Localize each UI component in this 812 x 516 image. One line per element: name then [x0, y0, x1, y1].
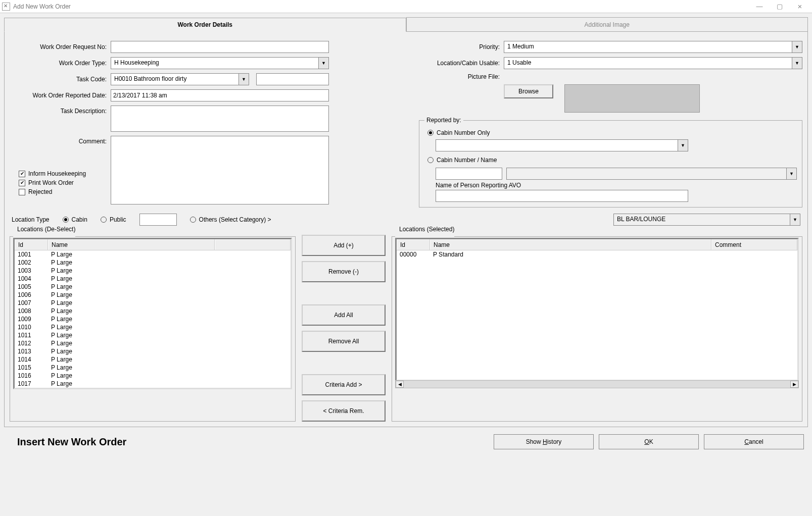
cabin-usable-select[interactable]: 1 Usable ▼	[504, 57, 802, 69]
radio-cabin-number-only[interactable]: Cabin Number Only	[427, 129, 490, 136]
label-picture-file: Picture File:	[419, 73, 504, 80]
list-item[interactable]: 1017P Large	[15, 380, 291, 388]
horizontal-scrollbar[interactable]: ◀ ▶	[395, 380, 799, 388]
label-comment: Comment:	[10, 136, 111, 145]
list-item[interactable]: 1016P Large	[15, 372, 291, 380]
cabin-number-input[interactable]	[436, 168, 502, 180]
locations-selected-list[interactable]: Id Name Comment 00000P Standard	[395, 238, 799, 381]
reported-by-group: Reported by: Cabin Number Only ▼ Cabin N…	[419, 117, 802, 208]
radio-public[interactable]: Public	[101, 216, 126, 223]
task-description-input[interactable]	[111, 106, 329, 132]
remove-all-button[interactable]: Remove All	[302, 331, 386, 352]
checkbox-icon	[19, 189, 25, 195]
col-id[interactable]: Id	[15, 239, 48, 250]
locations-deselect-box: Locations (De-Select) Id Name 1001P Larg…	[10, 233, 296, 422]
cabin-name-select[interactable]: ▼	[506, 168, 797, 180]
work-order-request-no-input[interactable]	[111, 41, 329, 53]
footer: Insert New Work Order Show History OK Ca…	[17, 434, 804, 449]
scroll-right-icon[interactable]: ▶	[790, 381, 798, 388]
tabs: Work Order Details Additional Image	[4, 17, 808, 31]
radio-cabin-number-name[interactable]: Cabin Number / Name	[427, 157, 497, 164]
list-item[interactable]: 00000P Standard	[397, 250, 797, 259]
picture-preview	[564, 84, 700, 113]
location-filter-input[interactable]	[139, 214, 177, 226]
titlebar: Add New Work Order — ▢ ×	[0, 0, 812, 13]
list-item[interactable]: 1009P Large	[15, 315, 291, 323]
col-id[interactable]: Id	[397, 239, 430, 250]
add-all-button[interactable]: Add All	[302, 304, 386, 326]
radio-off-icon	[190, 217, 196, 223]
list-item[interactable]: 1014P Large	[15, 355, 291, 364]
list-item[interactable]: 1008P Large	[15, 307, 291, 315]
add-button[interactable]: Add (+)	[302, 235, 386, 256]
rejected-label: Rejected	[28, 188, 52, 195]
cabin-usable-value: 1 Usable	[504, 58, 792, 69]
priority-select[interactable]: 1 Medium ▼	[504, 41, 802, 53]
list-item[interactable]: 1015P Large	[15, 364, 291, 372]
list-item[interactable]: 1006P Large	[15, 291, 291, 299]
window-title: Add New Work Order	[13, 3, 71, 10]
chevron-down-icon: ▼	[792, 58, 802, 69]
list-item[interactable]: 1018P Large	[15, 388, 291, 389]
show-history-button[interactable]: Show History	[494, 434, 594, 449]
locations-deselect-list[interactable]: Id Name 1001P Large1002P Large1003P Larg…	[13, 238, 292, 389]
label-cabin-usable: Location/Cabin Usable:	[419, 60, 504, 67]
col-blank	[215, 239, 291, 250]
cabin-only-value	[436, 140, 678, 151]
list-item[interactable]: 1001P Large	[15, 250, 291, 259]
list-item[interactable]: 1004P Large	[15, 275, 291, 283]
chevron-down-icon: ▼	[238, 74, 249, 85]
col-name[interactable]: Name	[430, 239, 711, 250]
label-request-no: Work Order Request No:	[10, 43, 111, 50]
radio-on-icon	[427, 130, 434, 136]
comment-input[interactable]	[111, 136, 329, 204]
label-type: Work Order Type:	[10, 60, 111, 67]
category-select[interactable]: BL BAR/LOUNGE ▼	[613, 214, 800, 226]
work-order-type-select[interactable]: H Housekeeping ▼	[111, 57, 329, 69]
cabin-name-label: Cabin Number / Name	[437, 157, 497, 164]
cabin-only-label: Cabin Number Only	[437, 129, 490, 136]
app-icon	[2, 3, 10, 11]
list-item[interactable]: 1003P Large	[15, 267, 291, 275]
list-item[interactable]: 1007P Large	[15, 299, 291, 307]
tab-additional-image[interactable]: Additional Image	[406, 17, 808, 31]
task-code-select[interactable]: H0010 Bathroom floor dirty ▼	[111, 73, 249, 85]
col-comment[interactable]: Comment	[711, 239, 797, 250]
reported-date-input[interactable]	[111, 89, 329, 101]
footer-title: Insert New Work Order	[17, 436, 126, 448]
cabin-number-only-select[interactable]: ▼	[436, 139, 688, 151]
task-code-value: H0010 Bathroom floor dirty	[111, 74, 238, 85]
browse-button[interactable]: Browse	[504, 84, 553, 98]
reporter-name-input[interactable]	[436, 190, 688, 202]
col-name[interactable]: Name	[48, 239, 215, 250]
list-item[interactable]: 1002P Large	[15, 259, 291, 267]
list-item[interactable]: 1010P Large	[15, 323, 291, 331]
list-item[interactable]: 1011P Large	[15, 331, 291, 339]
scroll-left-icon[interactable]: ◀	[396, 381, 404, 388]
criteria-add-button[interactable]: Criteria Add >	[302, 374, 386, 395]
radio-others[interactable]: Others (Select Category) >	[190, 216, 271, 223]
radio-off-icon	[101, 217, 107, 223]
criteria-remove-button[interactable]: < Criteria Rem.	[302, 400, 386, 422]
maximize-button[interactable]: ▢	[770, 3, 790, 10]
label-reported-date: Work Order Reported Date:	[10, 92, 111, 99]
close-button[interactable]: ×	[790, 2, 810, 11]
minimize-button[interactable]: —	[749, 3, 770, 10]
print-label: Print Work Order	[28, 179, 74, 186]
chevron-down-icon: ▼	[792, 41, 802, 53]
priority-value: 1 Medium	[504, 41, 792, 53]
tab-work-order-details[interactable]: Work Order Details	[4, 18, 406, 32]
cancel-button[interactable]: Cancel	[704, 434, 804, 449]
remove-button[interactable]: Remove (-)	[302, 261, 386, 282]
list-item[interactable]: 1012P Large	[15, 339, 291, 347]
location-type-row: Location Type Cabin Public Others (Selec…	[12, 214, 800, 226]
ok-button[interactable]: OK	[599, 434, 699, 449]
label-location-type: Location Type	[12, 216, 50, 223]
list-item[interactable]: 1013P Large	[15, 347, 291, 355]
label-reporter-name: Name of Person Reporting AVO	[436, 182, 797, 189]
legend-reported-by: Reported by:	[424, 117, 463, 124]
list-item[interactable]: 1005P Large	[15, 283, 291, 291]
checkbox-icon: ✔	[19, 171, 25, 177]
radio-cabin[interactable]: Cabin	[63, 216, 87, 223]
task-code-extra-input[interactable]	[256, 73, 329, 85]
